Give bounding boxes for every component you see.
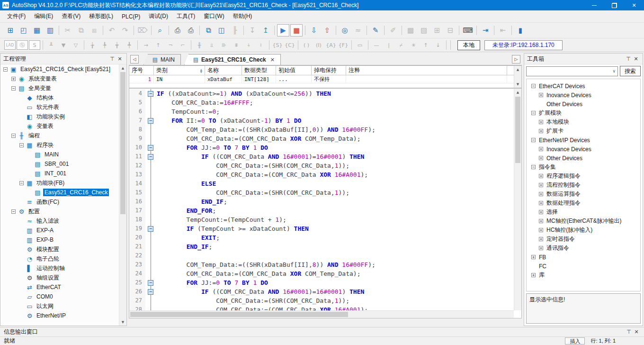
tab-scroll-left-button[interactable]: ◁ <box>130 55 139 64</box>
v-line-button[interactable]: | <box>383 40 394 50</box>
close-panel-icon[interactable]: ✕ <box>632 56 640 62</box>
logout-button[interactable]: ⇤ <box>497 24 509 36</box>
code-line-11[interactable]: 11− IF ((COM_CRC_Data AND 16#0001)=16#00… <box>129 152 514 161</box>
tree-item-17[interactable]: +定时器指令 <box>527 235 640 244</box>
contact-parallel-nc-button[interactable]: ⩨ <box>231 40 242 50</box>
column-header-6[interactable]: 注释 <box>346 66 507 75</box>
monitor-button[interactable]: ◎ <box>339 24 351 36</box>
expand-icon[interactable]: + <box>539 192 543 196</box>
tree-item-0[interactable]: −EtherCAT Devices <box>527 82 640 91</box>
close-panel-icon[interactable]: ✕ <box>633 329 640 335</box>
code-line-12[interactable]: 12 COM_CRC_Data:=(SHR(COM_CRC_Data,1)); <box>129 161 514 170</box>
tab-main[interactable]: ▤ MAIN <box>143 54 181 65</box>
coil-reset-button[interactable]: {C} <box>284 40 295 50</box>
menu-item-4[interactable]: PLC(P) <box>117 11 144 22</box>
scroll-up-icon[interactable]: ▲ <box>119 64 126 72</box>
expand-icon[interactable]: + <box>539 156 543 160</box>
line-right-button[interactable]: → <box>140 40 152 50</box>
tree-item-10[interactable]: +程序逻辑指令 <box>527 172 640 181</box>
expand-icon[interactable]: + <box>531 273 536 277</box>
code-line-6[interactable]: 6 TempCount:=0; <box>129 107 514 116</box>
code-line-5[interactable]: 5 COM_CRC_Data:=16#FFFF; <box>129 98 514 107</box>
new-file-button[interactable]: ⊞ <box>4 24 17 36</box>
search-button[interactable]: 搜索 <box>620 66 641 76</box>
trace-button[interactable]: ≈ <box>352 24 364 36</box>
cascade-windows-button[interactable]: ⧉ <box>202 24 215 36</box>
editor-vertical-scrollbar[interactable]: ▲ <box>514 89 521 310</box>
collapse-icon[interactable]: − <box>19 143 24 147</box>
tree-item-24[interactable]: ▱COM0 <box>0 292 126 301</box>
tree-item-21[interactable]: +库 <box>527 271 640 280</box>
scroll-thumb[interactable] <box>515 97 520 163</box>
pin-icon[interactable]: ⊤ <box>625 56 632 62</box>
find-button[interactable]: ⌕ <box>154 24 166 36</box>
coil-inverse-button[interactable]: (I) <box>313 40 324 50</box>
insert-row-button[interactable]: ⊞ <box>431 24 443 36</box>
expand-icon[interactable]: + <box>539 228 543 232</box>
tab-scroll-right-button[interactable]: ▷ <box>512 55 520 64</box>
expand-icon[interactable]: + <box>539 147 543 151</box>
code-line-15[interactable]: 15 COM_CRC_Data:=(SHR(COM_CRC_Data,1)); <box>129 188 514 197</box>
branch-end-button[interactable]: ╄ <box>99 40 110 50</box>
comment-box-button[interactable]: ▭ <box>354 40 366 50</box>
collapse-icon[interactable]: − <box>531 84 536 88</box>
expand-icon[interactable]: + <box>539 237 543 241</box>
tree-item-10[interactable]: ▤SBR_001 <box>0 159 126 169</box>
tree-item-9[interactable]: ▤MAIN <box>0 150 126 159</box>
branch-up-button[interactable]: ╈ <box>111 40 123 50</box>
code-line-23[interactable]: 23 COM_Temp_Data:=((SHR(xDataBuf[II],8))… <box>129 260 514 269</box>
code-line-10[interactable]: 10− FOR JJ:=0 TO 7 BY 1 DO <box>129 143 514 152</box>
tree-item-26[interactable]: ⚙EtherNet/IP <box>0 311 126 320</box>
tree-item-15[interactable]: −⚙配置 <box>0 207 126 216</box>
tree-item-0[interactable]: −▣Easy521_CRC16_Check [Easy521] <box>0 64 126 74</box>
close-button[interactable]: ✕ <box>624 0 644 10</box>
fold-collapse-icon[interactable]: − <box>148 145 153 151</box>
code-line-25[interactable]: 25− FOR JJ:=0 TO 7 BY 1 DO <box>129 278 514 287</box>
write-plc-button[interactable]: ✎ <box>369 24 382 36</box>
print-button[interactable]: ⎙ <box>185 24 197 36</box>
fold-collapse-icon[interactable]: − <box>148 91 153 97</box>
tree-item-16[interactable]: +HC轴控(脉冲输入) <box>527 226 640 235</box>
collapse-icon[interactable]: − <box>11 134 16 138</box>
tree-item-4[interactable]: +本地模块 <box>527 118 640 127</box>
column-header-1[interactable]: 类别▲▼ <box>154 66 205 75</box>
save-all-button[interactable]: ▥ <box>44 24 56 36</box>
line-up-button[interactable]: ↑ <box>152 40 164 50</box>
st-code-editor[interactable]: 4−IF ((xDataCount>=1) AND (xDataCount<=2… <box>129 88 522 318</box>
tree-item-5[interactable]: ◧功能块实例 <box>0 112 126 121</box>
move-up-button[interactable]: ↑ <box>420 40 431 50</box>
contact-nc-button[interactable]: ⫫ <box>206 40 217 50</box>
column-header-4[interactable]: 初始值 <box>276 66 312 75</box>
code-line-24[interactable]: 24 COM_CRC_Data:=(COM_CRC_Data XOR COM_T… <box>129 269 514 278</box>
sfc-view-button[interactable]: Ⓢ <box>17 40 28 50</box>
tree-item-11[interactable]: +流程控制指令 <box>527 181 640 190</box>
insert-row-above-button[interactable]: ▽ <box>70 40 81 50</box>
tree-item-8[interactable]: +Other Devices <box>527 154 640 163</box>
redo-button[interactable]: ↷ <box>119 24 131 36</box>
download-button[interactable]: ⇩ <box>308 24 320 36</box>
collapse-icon[interactable]: − <box>11 86 16 91</box>
tree-item-14[interactable]: +选择 <box>527 208 640 217</box>
coil-set-button[interactable]: {S} <box>272 40 283 50</box>
column-header-5[interactable]: 掉电保持 <box>312 66 346 75</box>
code-line-20[interactable]: 20 EXIT; <box>129 233 514 242</box>
code-line-22[interactable]: 22 <box>129 251 514 260</box>
collapse-icon[interactable]: − <box>531 165 536 169</box>
expand-icon[interactable]: + <box>539 183 543 187</box>
code-line-26[interactable]: 26− IF ((COM_CRC_Data AND 16#0001)=16#00… <box>129 287 514 296</box>
project-tree-scrollbar[interactable]: ▲ ▼ <box>119 64 126 326</box>
line-corner-down-button[interactable]: ¬ <box>165 40 176 50</box>
tab-easy521-crc16-check[interactable]: ▤ Easy521_CRC16_Check ✕ <box>184 54 281 65</box>
login-button[interactable]: ⇥ <box>479 24 492 36</box>
tree-item-1[interactable]: +Inovance Devices <box>527 91 640 100</box>
grid-delete-button[interactable]: ▨ <box>418 24 430 36</box>
tree-item-16[interactable]: ≈输入滤波 <box>0 216 126 226</box>
tree-item-11[interactable]: ▤INT_001 <box>0 169 126 178</box>
fold-collapse-icon[interactable]: − <box>148 280 153 286</box>
menu-item-3[interactable]: 梯形图(L) <box>85 10 117 22</box>
import-table-button[interactable]: ↧ <box>246 24 259 36</box>
tree-item-20[interactable]: ◔电子凸轮 <box>0 254 126 263</box>
print-preview-button[interactable]: ⎙ <box>171 24 184 36</box>
grid-convert-button[interactable]: ▩ <box>404 24 417 36</box>
pin-icon[interactable]: ⊤ <box>625 329 633 335</box>
